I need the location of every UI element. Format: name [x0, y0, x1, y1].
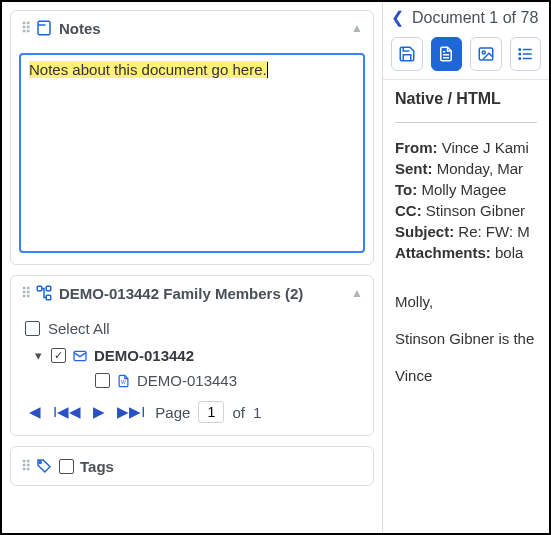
image-view-button[interactable]: [470, 37, 502, 71]
of-label: of: [232, 404, 245, 421]
svg-point-11: [519, 58, 521, 60]
family-panel: ⠿ DEMO-013442 Family Members (2) ▲ Selec…: [10, 275, 374, 436]
attachments-value: bola: [495, 244, 523, 261]
body-line: Vince: [395, 357, 537, 394]
drag-handle-icon[interactable]: ⠿: [21, 458, 29, 474]
family-tree: ▾ ✓ DEMO-013442 W DEMO: [21, 343, 363, 393]
doc-id: DEMO-013443: [137, 372, 237, 389]
svg-point-10: [519, 53, 521, 55]
svg-rect-2: [46, 286, 51, 291]
to-value: Molly Magee: [421, 181, 506, 198]
sent-label: Sent:: [395, 160, 433, 177]
chevron-down-icon[interactable]: ▾: [31, 348, 45, 363]
text-view-button[interactable]: [431, 37, 463, 71]
prev-page-icon[interactable]: ◀: [27, 403, 43, 421]
family-pager: ◀ I◀◀ ▶ ▶▶I Page of 1: [21, 393, 363, 425]
tree-icon: [35, 284, 53, 302]
svg-point-6: [39, 461, 41, 463]
email-headers: From: Vince J Kami Sent: Monday, Mar To:…: [383, 123, 549, 277]
tags-checkbox[interactable]: [59, 459, 74, 474]
notes-textarea[interactable]: [19, 53, 365, 253]
family-title: DEMO-013442 Family Members (2): [59, 285, 345, 302]
collapse-icon[interactable]: ▲: [351, 286, 363, 300]
svg-rect-3: [46, 295, 51, 300]
page-total: 1: [253, 404, 261, 421]
page-label: Page: [155, 404, 190, 421]
list-view-button[interactable]: [510, 37, 542, 71]
sent-value: Monday, Mar: [437, 160, 523, 177]
collapse-icon[interactable]: ▲: [351, 21, 363, 35]
attachments-label: Attachments:: [395, 244, 491, 261]
doc-checkbox[interactable]: [95, 373, 110, 388]
mail-icon: [72, 348, 88, 364]
notes-title: Notes: [59, 20, 345, 37]
from-value: Vince J Kami: [442, 139, 529, 156]
tree-row-parent[interactable]: ▾ ✓ DEMO-013442: [31, 343, 363, 368]
doc-id: DEMO-013442: [94, 347, 194, 364]
next-page-icon[interactable]: ▶: [91, 403, 107, 421]
body-line: Molly,: [395, 283, 537, 320]
svg-text:W: W: [121, 379, 126, 385]
left-sidebar: ⠿ Notes ▲ Notes about this document go h…: [2, 2, 382, 533]
save-button[interactable]: [391, 37, 423, 71]
tags-panel: ⠿ Tags: [10, 446, 374, 486]
email-body: Molly, Stinson Gibner is the Vince: [383, 277, 549, 400]
select-all-label: Select All: [48, 320, 110, 337]
note-icon: [35, 19, 53, 37]
body-line: Stinson Gibner is the: [395, 320, 537, 357]
subject-label: Subject:: [395, 223, 454, 240]
subject-value: Re: FW: M: [458, 223, 529, 240]
back-icon[interactable]: ❮: [391, 8, 404, 27]
svg-point-9: [519, 49, 521, 51]
svg-point-8: [482, 51, 485, 54]
select-all-checkbox[interactable]: [25, 321, 40, 336]
doc-counter: Document 1 of 78: [412, 9, 538, 27]
document-viewer: ❮ Document 1 of 78 Native / HTML From: V…: [382, 2, 549, 533]
viewer-section-title: Native / HTML: [383, 79, 549, 122]
last-page-icon[interactable]: ▶▶I: [115, 403, 147, 421]
first-page-icon[interactable]: I◀◀: [51, 403, 83, 421]
tag-icon: [35, 457, 53, 475]
page-input[interactable]: [198, 401, 224, 423]
svg-rect-0: [38, 21, 50, 35]
cc-value: Stinson Gibner: [426, 202, 525, 219]
cc-label: CC:: [395, 202, 422, 219]
viewer-toolbar: [383, 33, 549, 79]
drag-handle-icon[interactable]: ⠿: [21, 285, 29, 301]
from-label: From:: [395, 139, 438, 156]
tree-row-child[interactable]: W DEMO-013443: [31, 368, 363, 393]
document-icon: W: [116, 373, 131, 389]
to-label: To:: [395, 181, 417, 198]
svg-rect-1: [37, 286, 42, 291]
drag-handle-icon[interactable]: ⠿: [21, 20, 29, 36]
tags-title: Tags: [80, 458, 114, 475]
notes-panel: ⠿ Notes ▲ Notes about this document go h…: [10, 10, 374, 265]
doc-checkbox[interactable]: ✓: [51, 348, 66, 363]
